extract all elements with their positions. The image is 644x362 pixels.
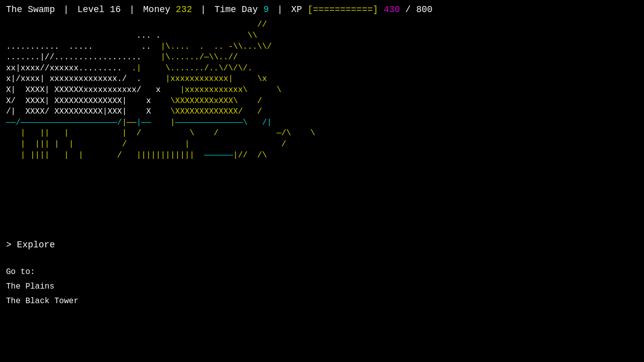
map-line-12: | ||| | | / | / <box>6 139 638 150</box>
money-value: 232 <box>176 5 192 15</box>
map-line-7: X| XXXX| XXXXXXxxxxxxxxxxx/ x |xxxxxxxxx… <box>6 85 638 96</box>
sep2: | <box>129 5 135 15</box>
goto-section: Go to: The Plains The Black Tower <box>6 265 638 308</box>
map-line-6: x|/xxxx| xxxxxxxxxxxxxx./ . |xxxxxxxxxxx… <box>6 74 638 85</box>
day-label: Day <box>242 5 258 15</box>
sep4: | <box>277 5 283 15</box>
map-line-3: ........... ..... .. |\.... . .. -\\...\… <box>6 42 638 53</box>
level-label: Level <box>77 5 105 15</box>
sep1: | <box>63 5 69 15</box>
header-bar: The Swamp | Level 16 | Money 232 | Time … <box>0 0 644 20</box>
time-label: Time <box>214 5 236 15</box>
destination-plains[interactable]: The Plains <box>6 280 638 294</box>
explore-label: Explore <box>17 240 55 250</box>
level-value: 16 <box>110 5 121 15</box>
command-area: > Explore Go to: The Plains The Black To… <box>0 236 644 312</box>
map-line-2: ... . \\ <box>6 31 638 42</box>
money-label: Money <box>143 5 171 15</box>
map-line-10: ——/————————————————————/|——|—— |————————… <box>6 118 638 129</box>
map-line-5: xx|xxxx//xxxxxx......... .| \......./..\… <box>6 63 638 74</box>
sep3: | <box>201 5 206 15</box>
destination-tower[interactable]: The Black Tower <box>6 294 638 309</box>
xp-current: 430 <box>383 5 399 15</box>
map-line-11: | || | | / \ / —/\ \ <box>6 128 638 139</box>
map-line-13: | |||| | | / |||||||||||| ——————|// /\ <box>6 150 638 161</box>
prompt-arrow: > <box>6 240 17 250</box>
goto-label: Go to: <box>6 265 638 280</box>
game-map: // ... . \\ ........... ..... .. |\.... … <box>0 20 644 231</box>
map-line-9: /| XXXX/ XXXXXXXXXX|XXX| X \XXXXXXXXXXXX… <box>6 107 638 118</box>
map-line-1: // <box>6 20 638 31</box>
xp-max: 800 <box>416 5 432 15</box>
explore-option[interactable]: > Explore <box>6 240 638 250</box>
xp-label: XP <box>291 5 302 15</box>
xp-bar: [===========] <box>307 5 378 15</box>
day-value: 9 <box>263 5 269 15</box>
map-line-4: .......|//.................. |\....../—\… <box>6 52 638 63</box>
location-label: The Swamp <box>6 5 55 15</box>
map-line-8: X/ XXXX| XXXXXXXXXXXXXX| x \XXXXXXXXxXXX… <box>6 96 638 107</box>
